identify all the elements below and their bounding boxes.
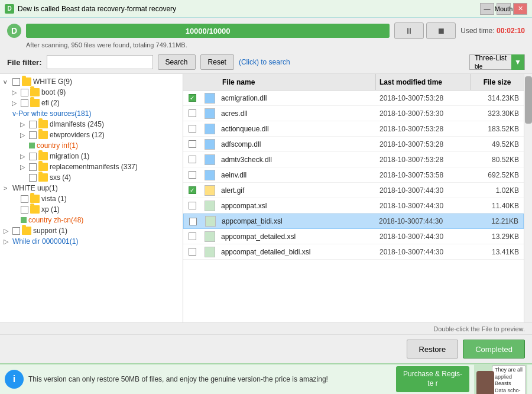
file-row[interactable]: admtv3check.dll2018-10-3007:53:2880.52KB bbox=[183, 152, 524, 167]
tree-item[interactable]: ▷dlmanifests (245) bbox=[0, 119, 183, 130]
restore-button[interactable]: Restore bbox=[407, 340, 459, 359]
folder-icon bbox=[38, 163, 48, 171]
close-button[interactable]: ✕ bbox=[513, 3, 527, 15]
tree-item[interactable]: country inf(1) bbox=[0, 140, 183, 151]
tree-expand-icon[interactable]: ▷ bbox=[12, 99, 19, 107]
minimize-button[interactable]: — bbox=[480, 3, 494, 15]
tree-item[interactable]: ▷efi (2) bbox=[0, 98, 183, 108]
completed-button[interactable]: Completed bbox=[463, 340, 525, 359]
maximize-button[interactable]: Mouth bbox=[497, 3, 511, 15]
tree-item[interactable]: ▷etwproviders (12) bbox=[0, 130, 183, 140]
folder-icon bbox=[30, 88, 40, 96]
file-checkbox[interactable] bbox=[183, 171, 201, 179]
tree-checkbox[interactable] bbox=[29, 131, 37, 139]
file-row[interactable]: acres.dll2018-10-3007:53:30323.30KB bbox=[183, 106, 524, 121]
file-checkbox[interactable] bbox=[183, 140, 201, 148]
tree-expand-icon[interactable]: ▷ bbox=[20, 163, 27, 171]
file-row[interactable]: appcompat.xsl2018-10-3007:44:3011.40KB bbox=[183, 198, 524, 214]
file-row[interactable]: ✓alert.gif2018-10-3007:44:301.02KB bbox=[183, 183, 524, 198]
file-size: 12.21KB bbox=[470, 217, 523, 225]
folder-icon bbox=[38, 173, 48, 182]
tree-expand-icon[interactable]: ▷ bbox=[12, 89, 19, 96]
tree-item[interactable]: ▷While dir 0000001(1) bbox=[0, 236, 183, 247]
filter-input[interactable] bbox=[47, 55, 153, 69]
file-name: admtv3check.dll bbox=[219, 156, 376, 164]
file-checkbox[interactable] bbox=[183, 109, 201, 117]
app-logo: D bbox=[5, 4, 14, 14]
tree-item[interactable]: vWHITE G(9) bbox=[0, 76, 183, 87]
tree-item[interactable]: v-Por white sources(181) bbox=[0, 108, 183, 119]
file-panel: File name Last modified time File size ✓… bbox=[183, 74, 524, 322]
tree-panel[interactable]: vWHITE G(9)▷boot (9)▷efi (2)v-Por white … bbox=[0, 74, 183, 322]
folder-icon bbox=[22, 77, 31, 86]
tree-checkbox[interactable] bbox=[21, 195, 28, 203]
pause-button[interactable]: ⏸ bbox=[394, 22, 424, 39]
reset-button[interactable]: Reset bbox=[200, 54, 234, 70]
tree-label: sxs (4) bbox=[50, 173, 71, 182]
file-thumb bbox=[201, 106, 219, 121]
file-row[interactable]: appcompat_detailed_bidi.xsl2018-10-3007:… bbox=[183, 244, 524, 260]
stop-button[interactable]: ⏹ bbox=[426, 22, 456, 39]
file-row[interactable]: actionqueue.dll2018-10-3007:53:28183.52K… bbox=[183, 121, 524, 137]
file-date: 2018-10-3007:53:28 bbox=[376, 94, 471, 102]
tree-checkbox[interactable] bbox=[29, 174, 37, 182]
tree-expand-icon[interactable]: ▷ bbox=[20, 131, 27, 139]
tree-item[interactable]: >WHITE uup(1) bbox=[0, 183, 183, 193]
tree-expand-icon[interactable]: ▷ bbox=[4, 238, 11, 246]
view-dropdown[interactable]: Three-List ble ▼ bbox=[469, 54, 525, 70]
tree-square-icon bbox=[21, 217, 27, 223]
tree-item[interactable]: ▷migration (1) bbox=[0, 151, 183, 162]
file-checkbox[interactable] bbox=[183, 248, 201, 256]
progress-bar: 10000/10000 bbox=[26, 24, 390, 38]
file-row[interactable]: appcompat_detailed.xsl2018-10-3007:44:30… bbox=[183, 229, 524, 244]
search-button[interactable]: Search bbox=[158, 54, 196, 70]
file-checkbox[interactable]: ✓ bbox=[183, 94, 201, 102]
tree-item[interactable]: ▷support (1) bbox=[0, 225, 183, 236]
file-thumb bbox=[201, 183, 219, 198]
tree-checkbox[interactable] bbox=[29, 163, 37, 171]
tree-label: v-Por white sources(181) bbox=[12, 109, 91, 118]
tree-expand-icon[interactable]: ▷ bbox=[20, 121, 27, 128]
tree-item[interactable]: vista (1) bbox=[0, 193, 183, 204]
file-size: 692.52KB bbox=[471, 171, 524, 179]
tree-expand-icon[interactable]: > bbox=[4, 185, 11, 192]
tree-item[interactable]: ▷boot (9) bbox=[0, 87, 183, 98]
file-row[interactable]: appcompat_bidi.xsl2018-10-3007:44:3012.2… bbox=[183, 214, 524, 229]
file-name: appcompat_detailed.xsl bbox=[219, 232, 376, 241]
file-checkbox[interactable] bbox=[183, 156, 201, 163]
tree-expand-icon[interactable]: ▷ bbox=[4, 227, 11, 235]
chevron-down-icon[interactable]: ▼ bbox=[511, 54, 524, 70]
bottom-hint: Double-click the File to preview. bbox=[0, 322, 532, 334]
scrollbar[interactable] bbox=[524, 74, 532, 322]
tree-checkbox[interactable] bbox=[21, 206, 28, 214]
file-checkbox[interactable] bbox=[183, 125, 201, 133]
tree-item[interactable]: country zh-cn(48) bbox=[0, 215, 183, 225]
file-row[interactable]: ✓acmigration.dll2018-10-3007:53:28314.23… bbox=[183, 91, 524, 106]
file-checkbox[interactable]: ✓ bbox=[183, 186, 201, 194]
header-date: Last modified time bbox=[376, 74, 471, 90]
file-scroll[interactable]: ✓acmigration.dll2018-10-3007:53:28314.23… bbox=[183, 91, 524, 322]
tree-label: country zh-cn(48) bbox=[28, 216, 83, 224]
tree-item[interactable]: xp (1) bbox=[0, 204, 183, 215]
tree-expand-icon[interactable]: v bbox=[4, 78, 11, 85]
tree-expand-icon[interactable]: ▷ bbox=[20, 153, 27, 160]
file-date: 2018-10-3007:53:28 bbox=[376, 156, 471, 164]
file-row[interactable]: aeinv.dll2018-10-3007:53:58692.52KB bbox=[183, 167, 524, 183]
tree-checkbox[interactable] bbox=[29, 121, 37, 128]
file-thumb bbox=[201, 91, 219, 106]
tree-checkbox[interactable] bbox=[12, 227, 20, 235]
file-checkbox[interactable] bbox=[183, 202, 201, 209]
file-checkbox[interactable] bbox=[184, 218, 202, 225]
file-name: appcompat_bidi.xsl bbox=[219, 217, 375, 225]
file-row[interactable]: adfscomp.dll2018-10-3007:53:2849.52KB bbox=[183, 137, 524, 152]
tree-checkbox[interactable] bbox=[21, 99, 28, 107]
tree-checkbox[interactable] bbox=[21, 89, 28, 96]
purchase-button[interactable]: Purchase & Regis-te r bbox=[396, 366, 469, 392]
tree-checkbox[interactable] bbox=[12, 78, 20, 86]
tree-item[interactable]: sxs (4) bbox=[0, 172, 183, 183]
file-checkbox[interactable] bbox=[183, 232, 201, 240]
tree-item[interactable]: ▷replacementmanifests (337) bbox=[0, 162, 183, 172]
bottom-banner: i This version can only restore 50MB of … bbox=[0, 363, 532, 394]
tree-checkbox[interactable] bbox=[29, 153, 37, 160]
tree-label: country inf(1) bbox=[37, 141, 78, 150]
